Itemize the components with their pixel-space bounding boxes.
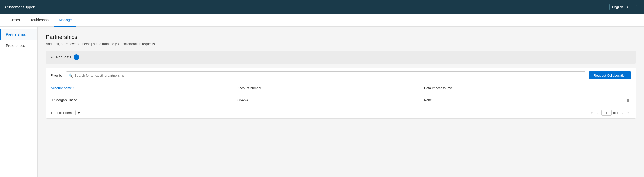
cell-actions: 🗑 [611,97,631,103]
sidebar-item-partnerships[interactable]: Partnerships [0,29,37,40]
topbar-right: English ⋮ [609,4,639,10]
filter-bar: Filter by 🔍 Request Collaboration [46,68,636,83]
pagination-controls: « ‹ of 1 › » [589,110,631,116]
partnerships-table-container: Filter by 🔍 Request Collaboration Accoun… [46,68,636,119]
topbar: Customer support English ⋮ [0,0,644,14]
pagination-summary: 1 – 1 of 1 items [51,111,73,115]
first-page-button[interactable]: « [589,110,594,115]
search-wrapper: 🔍 [66,71,585,79]
sidebar-item-preferences[interactable]: Preferences [0,40,37,51]
language-select[interactable]: English [609,4,630,10]
cell-account-name: JP Morgan Chase [51,98,237,102]
page-layout: Partnerships Preferences Partnerships Ad… [0,27,644,177]
tab-cases[interactable]: Cases [5,14,24,27]
nav-tabs: Cases Troubleshoot Manage [0,14,644,27]
main-content: Partnerships Add, edit, or remove partne… [38,27,644,177]
search-icon: 🔍 [69,73,73,78]
more-options-icon[interactable]: ⋮ [634,4,639,10]
app-title: Customer support [5,5,35,9]
last-page-button[interactable]: » [626,110,631,115]
tab-troubleshoot[interactable]: Troubleshoot [24,14,54,27]
cell-default-access: None [424,98,611,102]
page-number-input[interactable] [601,110,612,116]
pagination-info: 1 – 1 of 1 items ▼ [51,110,82,115]
sort-icon: ↑ [73,86,74,90]
table-header: Account name ↑ Account number Default ac… [46,83,636,93]
tab-manage[interactable]: Manage [54,14,76,27]
chevron-right-icon: ► [50,55,54,59]
col-default-access: Default access level [424,86,611,90]
page-subtitle: Add, edit, or remove partnerships and ma… [46,42,636,46]
filter-label: Filter by [51,73,62,77]
pagination-bar: 1 – 1 of 1 items ▼ « ‹ of 1 › » [46,107,636,118]
sidebar-item-preferences-label: Preferences [6,43,25,48]
prev-page-button[interactable]: ‹ [596,110,600,115]
table-row: JP Morgan Chase 334224 None 🗑 [46,93,636,107]
requests-label: Requests [56,55,71,59]
delete-icon[interactable]: 🗑 [625,97,631,103]
requests-header[interactable]: ► Requests 0 [46,51,636,64]
col-account-number: Account number [237,86,424,90]
page-title: Partnerships [46,34,636,40]
requests-badge: 0 [74,54,79,60]
next-page-button[interactable]: › [620,110,625,115]
language-selector-wrapper[interactable]: English [609,4,630,10]
sidebar: Partnerships Preferences [0,27,38,177]
sidebar-item-partnerships-label: Partnerships [6,32,26,36]
col-account-name[interactable]: Account name ↑ [51,86,237,90]
page-of-label: of 1 [613,111,619,115]
requests-panel: ► Requests 0 [46,51,636,64]
pagination-dropdown[interactable]: ▼ [75,110,82,115]
col-actions [611,86,631,90]
cell-account-number: 334224 [237,98,424,102]
search-input[interactable] [66,71,585,79]
request-collaboration-button[interactable]: Request Collaboration [589,71,631,79]
